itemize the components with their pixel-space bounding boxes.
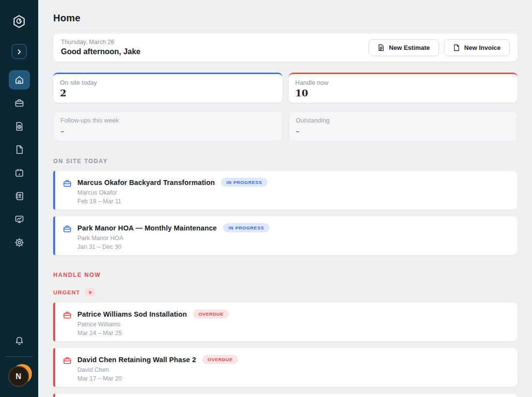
home-icon bbox=[14, 75, 25, 85]
new-estimate-button[interactable]: New Estimate bbox=[369, 39, 439, 56]
sidebar-item-clients[interactable] bbox=[9, 186, 30, 206]
page-title: Home bbox=[53, 13, 517, 24]
sidebar-nav bbox=[9, 70, 30, 256]
bell-icon bbox=[14, 336, 25, 346]
card-accent-strip bbox=[53, 348, 55, 387]
briefcase-icon bbox=[62, 310, 72, 320]
job-dates: Mar 17 – Mar 20 bbox=[77, 375, 510, 382]
sidebar-item-requests[interactable] bbox=[9, 117, 30, 136]
greeting-card: Thursday, March 26 Good afternoon, Jake … bbox=[53, 33, 517, 61]
new-invoice-label: New Invoice bbox=[464, 44, 501, 51]
stat-label: On site today bbox=[60, 79, 276, 86]
job-title: Patrice Williams Sod Installation bbox=[77, 310, 187, 318]
user-avatar[interactable]: N bbox=[8, 366, 30, 388]
briefcase-icon bbox=[62, 356, 72, 366]
sidebar-divider bbox=[6, 356, 32, 357]
notifications-button[interactable] bbox=[9, 331, 30, 351]
status-badge: OVERDUE bbox=[193, 309, 229, 319]
contacts-book-icon bbox=[14, 191, 25, 201]
stat-card-on-site-today[interactable]: On site today 2 bbox=[53, 73, 282, 103]
sidebar-item-reports[interactable] bbox=[9, 210, 30, 229]
stat-label: Outstanding bbox=[296, 117, 511, 124]
briefcase-icon bbox=[14, 98, 25, 108]
job-card[interactable]: Patrice Williams Sod Installation OVERDU… bbox=[53, 303, 517, 341]
chevron-right-icon bbox=[16, 48, 23, 55]
job-dates: Jan 31 – Dec 30 bbox=[77, 244, 510, 250]
stat-label: Follow-ups this week bbox=[60, 117, 275, 124]
file-icon bbox=[14, 144, 25, 155]
job-card[interactable]: Park Manor HOA — Monthly Maintenance IN … bbox=[53, 216, 517, 255]
hexagon-wrench-logo bbox=[12, 15, 26, 29]
status-badge: IN PROGRESS bbox=[223, 223, 269, 232]
sidebar: N bbox=[0, 0, 38, 397]
status-badge: IN PROGRESS bbox=[221, 178, 267, 187]
sidebar-item-jobs[interactable] bbox=[9, 93, 30, 113]
job-title: Marcus Okafor Backyard Transformation bbox=[77, 179, 215, 186]
on-site-today-heading: ON SITE TODAY bbox=[53, 158, 517, 165]
document-lines-icon bbox=[378, 44, 384, 51]
greeting-text: Thursday, March 26 Good afternoon, Jake bbox=[61, 39, 140, 56]
document-icon bbox=[453, 44, 460, 51]
sidebar-item-schedule[interactable] bbox=[9, 163, 30, 183]
job-client: David Chen bbox=[77, 366, 510, 373]
card-accent-strip bbox=[53, 216, 55, 255]
avatar-initial: N bbox=[8, 366, 29, 387]
handle-now-heading: HANDLE NOW bbox=[53, 272, 517, 278]
urgent-count-badge: 9 bbox=[85, 288, 95, 296]
greeting-date: Thursday, March 26 bbox=[61, 39, 140, 46]
new-estimate-label: New Estimate bbox=[389, 44, 430, 51]
stat-card-outstanding[interactable]: Outstanding – bbox=[289, 111, 518, 141]
urgent-row: URGENT 9 bbox=[53, 288, 517, 296]
new-invoice-button[interactable]: New Invoice bbox=[444, 39, 510, 56]
job-card[interactable]: David Chen Retaining Wall Phase 2 OVERDU… bbox=[53, 348, 517, 387]
job-dates: Feb 19 – Mar 11 bbox=[77, 198, 510, 205]
stats-grid: On site today 2 Handle now 10 Follow-ups… bbox=[53, 73, 517, 141]
main-content: Home Thursday, March 26 Good afternoon, … bbox=[38, 0, 532, 397]
briefcase-icon bbox=[62, 179, 72, 188]
greeting-message: Good afternoon, Jake bbox=[61, 47, 140, 56]
job-card[interactable]: Ashley Mendez Tree Removal OVERDUE bbox=[53, 394, 517, 397]
sidebar-bottom: N bbox=[0, 331, 38, 397]
job-client: Marcus Okafor bbox=[77, 189, 510, 196]
monitor-chart-icon bbox=[14, 214, 25, 225]
stat-card-follow-ups[interactable]: Follow-ups this week – bbox=[53, 111, 282, 141]
stat-label: Handle now bbox=[296, 79, 511, 86]
stat-value: 10 bbox=[296, 88, 511, 98]
job-title: Park Manor HOA — Monthly Maintenance bbox=[77, 224, 217, 232]
sidebar-item-invoices[interactable] bbox=[9, 140, 30, 159]
stat-value: 2 bbox=[60, 88, 276, 98]
job-dates: Mar 24 – Mar 25 bbox=[77, 330, 510, 336]
sidebar-collapse-button[interactable] bbox=[12, 44, 27, 59]
sidebar-item-settings[interactable] bbox=[9, 233, 30, 252]
stat-value: – bbox=[296, 127, 511, 136]
card-accent-strip bbox=[53, 394, 55, 397]
calendar-icon bbox=[14, 168, 25, 178]
stat-value: – bbox=[60, 127, 275, 136]
job-client: Park Manor HOA bbox=[77, 235, 510, 242]
gear-icon bbox=[14, 237, 25, 248]
on-site-job-list: Marcus Okafor Backyard Transformation IN… bbox=[53, 171, 517, 255]
urgent-label: URGENT bbox=[53, 290, 80, 295]
job-client: Patrice Williams bbox=[77, 321, 510, 328]
urgent-job-list: Patrice Williams Sod Installation OVERDU… bbox=[53, 303, 517, 397]
title-divider bbox=[53, 30, 517, 30]
briefcase-icon bbox=[62, 224, 72, 234]
sidebar-item-home[interactable] bbox=[9, 70, 30, 90]
greeting-actions: New Estimate New Invoice bbox=[369, 39, 510, 56]
card-accent-strip bbox=[53, 303, 55, 341]
stat-card-handle-now[interactable]: Handle now 10 bbox=[289, 73, 518, 103]
file-clock-icon bbox=[14, 121, 25, 132]
job-card[interactable]: Marcus Okafor Backyard Transformation IN… bbox=[53, 171, 517, 210]
card-accent-strip bbox=[53, 171, 55, 210]
job-title: David Chen Retaining Wall Phase 2 bbox=[77, 356, 196, 364]
status-badge: OVERDUE bbox=[202, 355, 238, 364]
